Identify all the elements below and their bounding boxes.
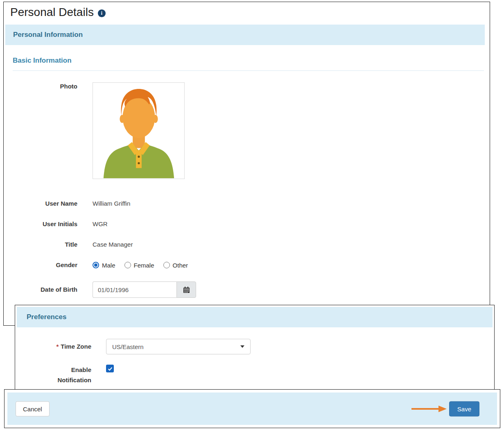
user-initials-value: WGR (93, 220, 108, 228)
page-container: { "page": { "title": "Personal Details" … (0, 0, 504, 431)
save-button[interactable]: Save (449, 401, 479, 416)
preferences-title: Preferences (27, 313, 66, 321)
calendar-picker-button[interactable] (176, 281, 196, 298)
time-zone-row: *Time Zone US/Eastern (15, 339, 494, 354)
avatar-illustration (93, 83, 184, 179)
user-name-row: User Name William Griffin (13, 200, 490, 208)
profile-photo (93, 82, 185, 179)
gender-option-male-label: Male (102, 262, 115, 269)
user-initials-row: User Initials WGR (13, 220, 490, 228)
title-row: Title Case Manager (13, 240, 490, 249)
user-initials-label: User Initials (13, 220, 77, 228)
gender-radio-group: Male Female Other (93, 261, 188, 269)
basic-information-title: Basic Information (13, 57, 72, 64)
radio-checked-icon (93, 262, 99, 268)
date-of-birth-input[interactable] (93, 281, 176, 298)
footer-action-bar: Cancel Save (7, 392, 497, 425)
footer-panel: Cancel Save (4, 389, 500, 428)
gender-radio-female[interactable]: Female (124, 262, 154, 269)
personal-details-panel: Personal Details i Personal Information … (3, 2, 490, 326)
date-of-birth-label: Date of Birth (13, 281, 77, 298)
subsection-basic-information: Basic Information (13, 57, 484, 71)
gender-radio-male[interactable]: Male (93, 262, 115, 269)
required-asterisk: * (56, 343, 59, 350)
gender-option-other-label: Other (173, 262, 188, 269)
personal-information-title: Personal Information (13, 31, 83, 39)
basic-information-form: Photo (4, 82, 490, 298)
page-title-row: Personal Details i (4, 2, 490, 19)
time-zone-label: *Time Zone (15, 339, 91, 354)
user-name-value: William Griffin (93, 200, 130, 208)
time-zone-selected-value: US/Eastern (112, 343, 144, 350)
date-of-birth-row: Date of Birth (13, 281, 490, 298)
time-zone-select[interactable]: US/Eastern (106, 339, 251, 354)
title-label: Title (13, 240, 77, 249)
gender-radio-other[interactable]: Other (163, 262, 188, 269)
cancel-button[interactable]: Cancel (16, 401, 50, 416)
user-name-label: User Name (13, 200, 77, 208)
enable-notification-checkbox[interactable] (106, 365, 114, 372)
annotation-arrow-icon (411, 404, 447, 413)
page-title: Personal Details (10, 6, 94, 19)
calendar-icon (183, 286, 190, 293)
gender-row: Gender Male Female Other (13, 261, 490, 269)
check-icon (107, 366, 113, 372)
date-input-group (93, 281, 196, 298)
title-value: Case Manager (93, 240, 133, 249)
enable-notification-row: Enable Notification (15, 365, 494, 385)
radio-unchecked-icon (124, 262, 131, 268)
gender-label: Gender (13, 261, 77, 269)
photo-row: Photo (13, 82, 490, 179)
caret-down-icon (240, 345, 244, 348)
radio-unchecked-icon (163, 262, 170, 268)
preferences-panel: Preferences *Time Zone US/Eastern Enable… (15, 305, 495, 391)
section-header-personal-information: Personal Information (5, 25, 485, 45)
info-icon[interactable]: i (98, 9, 106, 17)
enable-notification-label: Enable Notification (15, 365, 91, 385)
photo-label: Photo (13, 82, 77, 179)
section-header-preferences: Preferences (17, 307, 493, 327)
gender-option-female-label: Female (134, 262, 154, 269)
